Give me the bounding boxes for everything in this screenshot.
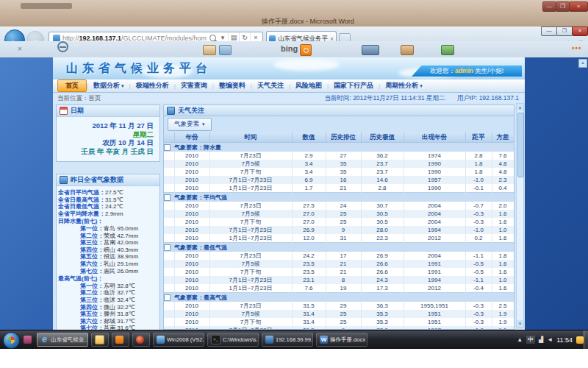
table-row[interactable]: 20101月1日~7月23日12.03122.320120.21.6 <box>164 234 514 243</box>
group-row[interactable]: 气象要素：最高气温 <box>164 293 514 302</box>
volume-icon[interactable]: ◄ <box>547 336 553 343</box>
table-row[interactable]: 20107月5候31.42535.31951-0.31.9 <box>164 310 514 318</box>
nav-item-7[interactable]: 国家下行产品 <box>329 79 379 92</box>
scrollbar-thumb[interactable] <box>517 113 524 177</box>
browser-close-button[interactable]: × <box>572 26 588 36</box>
taskbar-clock[interactable]: 11:54 <box>556 336 573 344</box>
table-row[interactable]: 20107月23日27.52430.72004-0.72.0 <box>164 202 514 210</box>
group-row[interactable]: 气象要素：平均气温 <box>164 193 514 202</box>
table-cell: 1957 <box>404 176 465 184</box>
mail-addon-icon[interactable] <box>219 45 232 55</box>
more-options-dots-icon[interactable]: ••• <box>572 44 582 52</box>
table-cell: 35.3 <box>361 318 404 326</box>
scrollbar-down-icon[interactable]: ▼ <box>517 320 523 328</box>
table-row[interactable]: 20107月23日31.52936.31955,1951-0.32.5 <box>164 302 514 310</box>
taskbar-button-ie[interactable]: e山东省气候业... <box>37 333 88 347</box>
table-row[interactable]: 20101月1日~7月23日1.7212.81990-0.10.4 <box>164 184 514 193</box>
row-checkbox-cell <box>164 226 174 234</box>
blocked-circle-icon[interactable] <box>57 41 68 52</box>
stat-value: 2.9mm <box>105 210 123 217</box>
table-cell: 2012 <box>404 284 465 293</box>
table-row[interactable]: 20107月5候27.02530.52004-0.31.6 <box>164 210 514 218</box>
camera-addon-icon[interactable] <box>362 45 379 55</box>
word-minimize-button[interactable]: — <box>542 1 556 12</box>
rank-value: 东明 32.8℃ <box>104 283 135 289</box>
table-cell: 25 <box>326 218 361 226</box>
table-row[interactable]: 20107月1日~7月23日23.1824.31994-1.11.0 <box>164 276 514 284</box>
table-row[interactable]: 20107月23日2.92736.219742.87.6 <box>164 152 514 160</box>
expand-checkbox-icon[interactable] <box>164 194 171 201</box>
row-checkbox-cell <box>164 168 174 176</box>
taskbar-button-word[interactable]: W操作手册.docx ... <box>316 333 368 347</box>
column-header: 距平 <box>465 132 492 143</box>
bing-logo[interactable]: bing <box>281 44 298 53</box>
browser-minimize-button[interactable]: — <box>541 26 557 36</box>
table-cell: 2004 <box>404 252 465 260</box>
cards-addon-icon[interactable] <box>203 45 216 55</box>
pinned-app-icon[interactable] <box>24 336 32 344</box>
nav-item-3[interactable]: 灾害查询 <box>176 79 212 92</box>
table-row[interactable]: 20107月5候23.52126.61991-0.51.6 <box>164 260 514 268</box>
scroll-up-arrow-icon[interactable]: ▲ <box>578 59 587 68</box>
toolbar-close-icon[interactable]: × <box>15 44 25 54</box>
taskbar-button-cmd[interactable]: >_C:\Windows\s... <box>207 333 259 347</box>
page-title: 山东省气候业务平台 <box>66 61 212 77</box>
taskbar-button-rdp[interactable]: 192.168.59.99... <box>262 333 313 347</box>
nav-item-1[interactable]: 数据分析▾ <box>88 79 129 92</box>
nav-item-2[interactable]: 极端性分析 <box>131 79 174 92</box>
contacts-addon-icon[interactable] <box>401 45 414 55</box>
url-text[interactable]: http://192.168.137.1/GLCCLIMATE/modules/… <box>62 35 207 42</box>
table-cell: 3.4 <box>292 160 326 168</box>
table-cell: 36.3 <box>361 302 404 310</box>
content-scrollbar[interactable]: ▲ ▼ <box>516 103 524 328</box>
word-close-button[interactable]: × <box>569 1 588 12</box>
table-cell: 27.0 <box>292 210 326 218</box>
taskbar-button-vm[interactable]: Win2008 (VS2... <box>153 333 204 347</box>
table-row[interactable]: 20107月5候3.43523.719901.84.8 <box>164 160 514 168</box>
rank-label: 第七位： <box>80 268 104 275</box>
notification-icon[interactable] <box>576 336 584 344</box>
nav-item-5[interactable]: 天气关注 <box>252 79 289 92</box>
tray-caret-icon[interactable]: ▲ <box>517 336 523 343</box>
ime-indicator[interactable]: 中 <box>526 336 535 344</box>
taskbar-button-media[interactable] <box>132 333 150 347</box>
nav-item-6[interactable]: 风险地图 <box>290 79 327 92</box>
folder-icon <box>95 335 104 344</box>
rank-value: 滕州 31.8℃ <box>104 311 135 317</box>
table-row[interactable]: 20107月下旬27.02530.52004-0.31.6 <box>164 218 514 226</box>
element-dropdown-button[interactable]: 气象要素 ▾ <box>168 118 212 131</box>
rank-label: 第六位： <box>80 318 104 325</box>
word-maximize-button[interactable]: ❐ <box>556 1 570 12</box>
expand-checkbox-icon[interactable] <box>164 294 171 301</box>
expand-checkbox-icon[interactable] <box>164 244 171 251</box>
group-row[interactable]: 气象要素：降水量 <box>164 143 514 152</box>
rank-value: 招远 38.9mm <box>104 253 138 260</box>
table-cell: 14.6 <box>361 176 404 184</box>
network-icon[interactable]: ▟ <box>539 336 543 343</box>
puzzle-addon-icon[interactable] <box>441 45 454 55</box>
show-desktop-button[interactable] <box>584 330 588 350</box>
expand-checkbox-icon[interactable] <box>164 144 171 151</box>
table-row[interactable]: 20101月1日~7月23日7.61917.32012-0.41.6 <box>164 284 514 293</box>
table-row[interactable]: 20107月1日~7月23日26.9928.01994-1.01.0 <box>164 226 514 234</box>
table-row[interactable]: 20107月23日24.21726.92004-1.11.8 <box>164 252 514 260</box>
nav-item-8[interactable]: 周期性分析▾ <box>380 79 428 92</box>
table-row[interactable]: 20107月下旬23.52126.61991-0.51.6 <box>164 268 514 276</box>
table-row[interactable]: 20107月下旬3.43523.719901.84.8 <box>164 168 514 176</box>
search-icon[interactable] <box>209 35 216 41</box>
bing-search-icon[interactable] <box>300 44 312 56</box>
table-row[interactable]: 20107月下旬31.42535.31951-0.31.9 <box>164 318 514 326</box>
start-button[interactable] <box>3 332 20 349</box>
table-cell: 1990 <box>404 160 465 168</box>
browser-maximize-button[interactable]: ❐ <box>556 26 573 36</box>
group-row[interactable]: 气象要素：最低气温 <box>164 243 514 252</box>
nav-item-4[interactable]: 整编资料 <box>214 79 251 92</box>
table-row[interactable]: 20107月1日~7月23日6.91614.61957-1.02.3 <box>164 176 514 184</box>
status-right: 当前时间: 2012年11月27日 11:14:31 星期二 用户IP: 192… <box>314 93 519 103</box>
nav-item-0[interactable]: 首页 <box>57 79 87 92</box>
taskbar-button-folder[interactable] <box>91 333 109 347</box>
table-cell: -0.3 <box>465 210 492 218</box>
rank-label: 第四位： <box>80 304 104 311</box>
taskbar-button-app[interactable] <box>112 333 129 347</box>
scrollbar-up-icon[interactable]: ▲ <box>517 104 523 111</box>
